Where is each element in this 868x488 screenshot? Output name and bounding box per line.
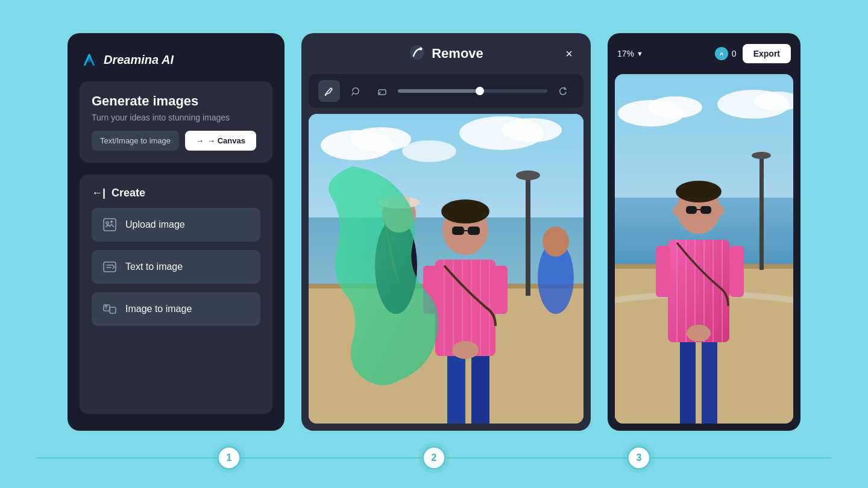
canvas-arrow: → xyxy=(196,136,204,145)
svg-rect-54 xyxy=(680,336,696,424)
svg-rect-63 xyxy=(656,246,670,297)
remove-tool-icon xyxy=(409,44,426,63)
svg-point-1 xyxy=(106,222,108,224)
step-1: 1 xyxy=(217,446,241,470)
upload-image-label: Upload image xyxy=(125,219,185,230)
generate-subtitle: Turn your ideas into stunning images xyxy=(92,113,260,122)
svg-point-18 xyxy=(516,170,540,180)
close-button[interactable]: × xyxy=(559,44,579,63)
image-to-image-label: Image to image xyxy=(125,304,192,314)
image-to-image-icon xyxy=(102,302,117,316)
svg-rect-52 xyxy=(760,155,764,270)
photo-background xyxy=(309,114,583,424)
export-header: 17% ▼ 0 Export xyxy=(608,33,800,74)
create-section: ←| Create Upload image xyxy=(80,175,272,414)
step-connector-left xyxy=(36,457,217,459)
svg-rect-4 xyxy=(110,307,116,313)
svg-point-53 xyxy=(752,152,771,159)
step-connector-right xyxy=(651,457,832,459)
svg-rect-0 xyxy=(104,219,116,231)
generate-title: Generate images xyxy=(92,93,260,109)
text-to-image-item[interactable]: Text to image xyxy=(92,250,260,284)
brush-size-slider[interactable] xyxy=(398,89,547,93)
create-label: Create xyxy=(112,187,145,199)
generate-buttons: Text/Image to image → → Canvas xyxy=(92,131,260,151)
brush-stroke-overlay xyxy=(322,160,474,393)
panel-sidebar: Dreamina AI Generate images Turn your id… xyxy=(68,33,285,431)
logo-row: Dreamina AI xyxy=(80,50,272,69)
credits-icon xyxy=(715,47,728,60)
remove-image-area[interactable] xyxy=(309,114,583,424)
svg-point-71 xyxy=(673,205,681,216)
zoom-value: 17% xyxy=(617,49,634,58)
svg-rect-33 xyxy=(492,266,508,314)
step-3: 3 xyxy=(627,446,651,470)
lasso-tool-button[interactable] xyxy=(345,80,366,102)
credits-count: 0 xyxy=(732,49,737,58)
remove-header: Remove × xyxy=(301,33,591,74)
svg-point-6 xyxy=(420,48,423,51)
text-image-button[interactable]: Text/Image to image xyxy=(92,131,179,151)
svg-point-72 xyxy=(717,205,724,216)
svg-rect-64 xyxy=(729,246,744,297)
svg-point-67 xyxy=(676,181,722,202)
svg-point-5 xyxy=(410,45,424,60)
svg-point-13 xyxy=(402,140,456,162)
steps-section: 1 2 3 xyxy=(36,446,832,470)
logo-icon xyxy=(80,50,99,69)
svg-rect-69 xyxy=(700,206,711,214)
generate-card: Generate images Turn your ideas into stu… xyxy=(80,81,272,163)
main-container: Dreamina AI Generate images Turn your id… xyxy=(0,0,868,488)
toolbar xyxy=(309,74,583,108)
svg-rect-55 xyxy=(702,336,717,424)
header-right: 0 Export xyxy=(715,44,791,63)
upload-image-icon xyxy=(102,217,117,232)
credits-badge: 0 xyxy=(715,47,737,60)
svg-rect-24 xyxy=(471,350,489,424)
svg-point-46 xyxy=(648,96,702,118)
canvas-button[interactable]: → → Canvas xyxy=(185,131,256,151)
result-image xyxy=(615,74,793,424)
text-to-image-label: Text to image xyxy=(125,261,183,272)
panel-remove: Remove × xyxy=(301,33,591,431)
svg-rect-68 xyxy=(686,206,697,214)
export-button[interactable]: Export xyxy=(743,44,791,63)
back-arrow-icon: ←| xyxy=(92,187,105,199)
canvas-label: → Canvas xyxy=(207,136,245,145)
svg-point-41 xyxy=(542,227,569,257)
panel-export: 17% ▼ 0 Export xyxy=(608,33,800,431)
zoom-indicator: 17% ▼ xyxy=(617,49,643,58)
svg-rect-17 xyxy=(526,175,530,296)
redo-tool-button[interactable] xyxy=(552,80,574,102)
create-header: ←| Create xyxy=(92,187,260,199)
svg-point-12 xyxy=(502,118,562,142)
step-connector-mid-1 xyxy=(241,457,422,459)
svg-point-10 xyxy=(351,127,411,151)
remove-title: Remove xyxy=(432,46,483,61)
text-image-icon xyxy=(102,260,117,274)
step-2: 2 xyxy=(422,446,446,470)
upload-image-item[interactable]: Upload image xyxy=(92,208,260,242)
image-to-image-item[interactable]: Image to image xyxy=(92,292,260,326)
zoom-chevron-icon: ▼ xyxy=(637,50,643,57)
svg-point-65 xyxy=(687,325,711,342)
logo-text: Dreamina AI xyxy=(104,53,174,67)
step-connector-mid-2 xyxy=(446,457,627,459)
eraser-tool-button[interactable] xyxy=(371,80,393,102)
brush-tool-button[interactable] xyxy=(318,80,340,102)
